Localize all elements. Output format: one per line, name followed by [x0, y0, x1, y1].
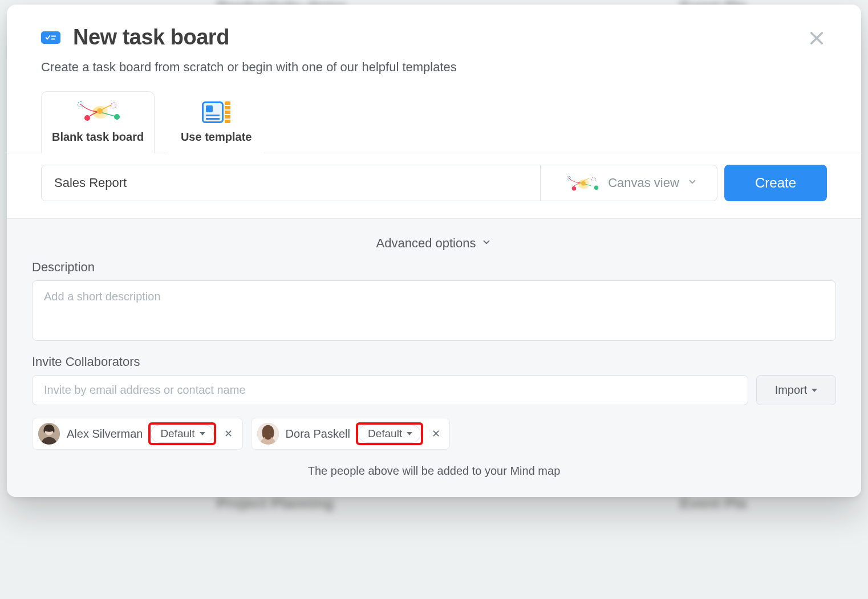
- view-dropdown[interactable]: Canvas view: [540, 165, 717, 201]
- description-label: Description: [32, 260, 836, 275]
- invite-row: Import: [32, 375, 836, 405]
- task-board-icon: [41, 31, 60, 44]
- role-dropdown[interactable]: Default: [151, 425, 213, 443]
- close-icon: ✕: [224, 428, 233, 439]
- collaborator-chips: Alex Silverman Default ✕ Dora Paskell: [32, 418, 836, 450]
- close-button[interactable]: [806, 28, 827, 49]
- advanced-section: Advanced options Description Invite Coll…: [7, 218, 861, 497]
- modal-subtitle: Create a task board from scratch or begi…: [7, 50, 861, 75]
- caret-down-icon: [200, 432, 205, 435]
- advanced-options-label: Advanced options: [376, 236, 476, 251]
- close-icon: ✕: [432, 428, 440, 439]
- close-icon: [809, 30, 825, 48]
- description-input[interactable]: [32, 280, 836, 341]
- template-icon: [179, 100, 253, 125]
- mindmap-icon: [565, 176, 595, 190]
- modal-header: New task board: [7, 5, 861, 50]
- remove-collaborator-button[interactable]: ✕: [429, 427, 443, 441]
- bg-label: Project Planning: [217, 495, 334, 512]
- collaborator-name: Alex Silverman: [67, 427, 143, 441]
- avatar: [257, 423, 279, 445]
- caret-down-icon: [812, 389, 817, 392]
- collaborator-chip: Alex Silverman Default ✕: [32, 418, 243, 450]
- invite-label: Invite Collaborators: [32, 354, 836, 369]
- modal-title: New task board: [73, 25, 229, 50]
- tab-use-template[interactable]: Use template: [168, 91, 264, 153]
- title-wrap: New task board: [41, 25, 229, 50]
- avatar: [38, 423, 60, 445]
- create-button[interactable]: Create: [724, 165, 827, 201]
- import-label: Import: [775, 384, 808, 397]
- tab-label: Blank task board: [52, 131, 144, 144]
- board-name-input[interactable]: [42, 165, 540, 201]
- role-dropdown[interactable]: Default: [358, 425, 421, 443]
- caret-down-icon: [407, 432, 412, 435]
- role-label: Default: [368, 427, 402, 440]
- import-button[interactable]: Import: [756, 375, 836, 405]
- role-label: Default: [160, 427, 194, 440]
- tab-blank-board[interactable]: Blank task board: [41, 91, 155, 153]
- new-task-board-modal: New task board Create a task board from …: [7, 5, 861, 497]
- advanced-options-toggle[interactable]: Advanced options: [32, 228, 836, 256]
- chevron-down-icon: [481, 236, 492, 251]
- collaborator-chip: Dora Paskell Default ✕: [251, 418, 451, 450]
- collaborator-name: Dora Paskell: [286, 427, 350, 441]
- tab-label: Use template: [179, 131, 253, 144]
- template-tabs: Blank task board Use template: [7, 91, 861, 153]
- highlight-box: Default: [357, 423, 422, 444]
- mindmap-icon: [52, 100, 144, 125]
- remove-collaborator-button[interactable]: ✕: [222, 427, 236, 441]
- footer-note: The people above will be added to your M…: [32, 464, 836, 478]
- name-combo: Canvas view: [41, 165, 717, 201]
- invite-input[interactable]: [32, 375, 748, 405]
- name-row: Canvas view Create: [7, 153, 861, 218]
- view-dropdown-label: Canvas view: [608, 176, 679, 190]
- highlight-box: Default: [149, 423, 214, 444]
- chevron-down-icon: [687, 176, 697, 190]
- bg-label: Event Pla: [680, 495, 747, 512]
